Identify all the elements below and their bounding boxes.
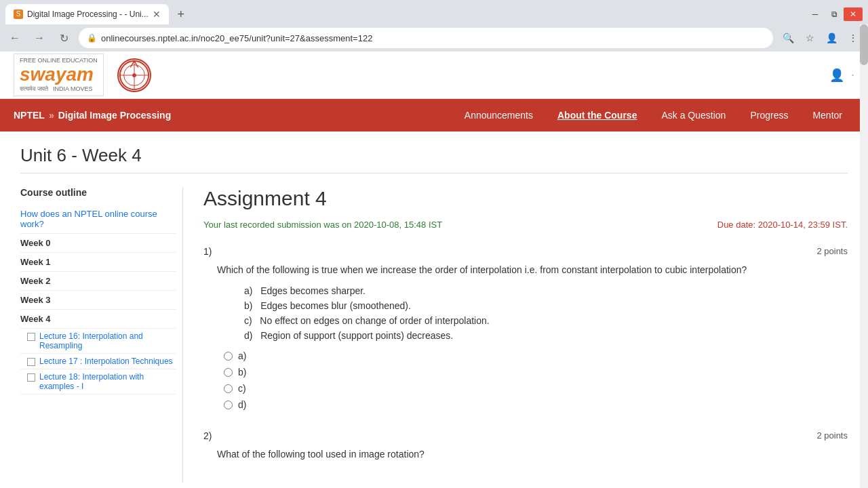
restore-button[interactable]: ⧉ (825, 7, 844, 21)
radio-option-d[interactable]: d) (224, 399, 848, 410)
lecture-16-checkbox[interactable] (27, 333, 35, 341)
sidebar-lecture-16[interactable]: Lecture 16: Interpolation and Resampling (20, 329, 176, 354)
nav-links: Announcements About the Course Ask a Que… (452, 99, 854, 131)
close-tab-button[interactable]: ✕ (153, 9, 161, 20)
page-title: Unit 6 - Week 4 (20, 145, 848, 174)
radio-input-c[interactable] (224, 384, 233, 393)
due-date: Due date: 2020-10-14, 23:59 IST. (717, 220, 848, 232)
question-1-points: 2 points (816, 246, 848, 257)
radio-option-c[interactable]: c) (224, 383, 848, 394)
question-1-radio-options: a) b) c) d) (203, 350, 848, 410)
new-tab-button[interactable]: + (172, 5, 191, 24)
radio-option-b[interactable]: b) (224, 367, 848, 378)
minimize-button[interactable]: ─ (806, 7, 825, 21)
radio-label-b: b) (238, 367, 246, 378)
sidebar: Course outline How does an NPTEL online … (20, 187, 183, 483)
profile-icon[interactable]: 👤 (822, 28, 841, 47)
back-button[interactable]: ← (5, 28, 24, 47)
submission-info: Your last recorded submission was on 202… (203, 220, 442, 230)
sidebar-lecture-18[interactable]: Lecture 18: Interpolation with examples … (20, 369, 176, 394)
browser-addressbar: ← → ↻ 🔒 onlinecourses.nptel.ac.in/noc20_… (0, 24, 868, 52)
option-a-text: Edges becomes sharper. (260, 285, 366, 296)
sidebar-lecture-17[interactable]: Lecture 17 : Interpolation Techniques (20, 354, 176, 369)
question-1-text: Which of the following is true when we i… (203, 262, 848, 277)
main-content: Assignment 4 Your last recorded submissi… (183, 187, 848, 483)
nav-link-announcements[interactable]: Announcements (452, 99, 545, 131)
header-profile-icons: 👤 · (829, 68, 854, 83)
sidebar-week-0[interactable]: Week 0 (20, 234, 176, 253)
scrollbar-track[interactable] (860, 24, 868, 488)
reload-button[interactable]: ↻ (54, 28, 73, 47)
bookmark-icon[interactable]: ☆ (800, 28, 819, 47)
sidebar-week-1[interactable]: Week 1 (20, 253, 176, 272)
breadcrumb-home[interactable]: NPTEL (14, 110, 45, 121)
option-c-text: No effect on edges on change of order of… (260, 315, 489, 326)
swayam-text: swayam (20, 64, 98, 85)
radio-label-c: c) (238, 383, 246, 394)
scrollbar-thumb[interactable] (860, 24, 868, 65)
option-b-key: b) (244, 300, 258, 311)
toolbar-icons: 🔍 ☆ 👤 ⋮ (778, 28, 863, 47)
question-1-header: 1) 2 points (203, 246, 848, 257)
lock-icon: 🔒 (87, 33, 97, 43)
sidebar-week-3[interactable]: Week 3 (20, 291, 176, 310)
breadcrumb-course[interactable]: Digital Image Processing (58, 110, 172, 121)
sidebar-week-2[interactable]: Week 2 (20, 272, 176, 291)
free-online-label: FREE ONLINE EDUCATION (20, 57, 98, 64)
content-area: Course outline How does an NPTEL online … (20, 187, 848, 483)
dot-icon: · (851, 68, 854, 83)
swayam-logo: FREE ONLINE EDUCATION swayam सत्यमेव जयत… (14, 54, 104, 96)
question-1-block: 1) 2 points Which of the following is tr… (203, 246, 848, 410)
browser-titlebar: S Digital Image Processing - - Uni... ✕ … (0, 0, 868, 24)
browser-chrome: S Digital Image Processing - - Uni... ✕ … (0, 0, 868, 52)
question-2-points: 2 points (816, 430, 848, 441)
address-bar[interactable]: 🔒 onlinecourses.nptel.ac.in/noc20_ee75/u… (79, 28, 773, 48)
zoom-icon[interactable]: 🔍 (778, 28, 797, 47)
page-content: Unit 6 - Week 4 Course outline How does … (0, 131, 868, 488)
question-1-options: a) Edges becomes sharper. b) Edges becom… (203, 285, 848, 341)
option-c-key: c) (244, 315, 257, 326)
lecture-18-checkbox[interactable] (27, 373, 35, 382)
sidebar-heading: Course outline (20, 187, 176, 198)
radio-input-d[interactable] (224, 401, 233, 409)
tab-title: Digital Image Processing - - Uni... (27, 9, 149, 19)
browser-tab[interactable]: S Digital Image Processing - - Uni... ✕ (5, 4, 169, 24)
radio-input-b[interactable] (224, 368, 233, 377)
person-icon: 👤 (829, 68, 844, 83)
question-1-option-d: d) Region of support (support points) de… (244, 330, 848, 341)
question-1-option-c: c) No effect on edges on change of order… (244, 315, 848, 326)
tab-favicon: S (14, 9, 23, 19)
svg-point-4 (132, 73, 136, 77)
radio-label-d: d) (238, 399, 246, 410)
swayam-logo-box: FREE ONLINE EDUCATION swayam सत्यमेव जयत… (14, 54, 104, 96)
question-1-option-b: b) Edges becomes blur (smoothened). (244, 300, 848, 311)
submission-row: Your last recorded submission was on 202… (203, 220, 848, 232)
sidebar-week-4[interactable]: Week 4 (20, 310, 176, 329)
question-2-text: What of the following tool used in image… (203, 447, 848, 462)
sidebar-link-how[interactable]: How does an NPTEL online course work? (20, 205, 176, 234)
option-d-text: Region of support (support points) decre… (260, 330, 453, 341)
question-2-number: 2) (203, 430, 212, 441)
nav-link-about-course[interactable]: About the Course (545, 99, 649, 131)
radio-label-a: a) (238, 350, 246, 361)
forward-button[interactable]: → (30, 28, 49, 47)
lecture-17-checkbox[interactable] (27, 358, 35, 366)
question-1-number: 1) (203, 246, 212, 257)
nav-link-mentor[interactable]: Mentor (800, 99, 854, 131)
lecture-16-label: Lecture 16: Interpolation and Resampling (39, 331, 176, 350)
swayam-tagline: सत्यमेव जयते INDIA MOVES (20, 85, 98, 93)
window-controls: ─ ⧉ ✕ (806, 7, 863, 21)
nav-link-progress[interactable]: Progress (738, 99, 800, 131)
option-d-key: d) (244, 330, 258, 341)
close-button[interactable]: ✕ (844, 7, 863, 21)
nptel-logo (117, 58, 151, 92)
lecture-18-label: Lecture 18: Interpolation with examples … (39, 372, 176, 391)
nav-link-ask-question[interactable]: Ask a Question (649, 99, 738, 131)
radio-input-a[interactable] (224, 352, 233, 361)
question-2-block: 2) 2 points What of the following tool u… (203, 430, 848, 462)
option-b-text: Edges becomes blur (smoothened). (260, 300, 411, 311)
question-1-option-a: a) Edges becomes sharper. (244, 285, 848, 296)
url-text: onlinecourses.nptel.ac.in/noc20_ee75/uni… (101, 33, 765, 43)
radio-option-a[interactable]: a) (224, 350, 848, 361)
breadcrumb-separator: » (49, 110, 54, 121)
